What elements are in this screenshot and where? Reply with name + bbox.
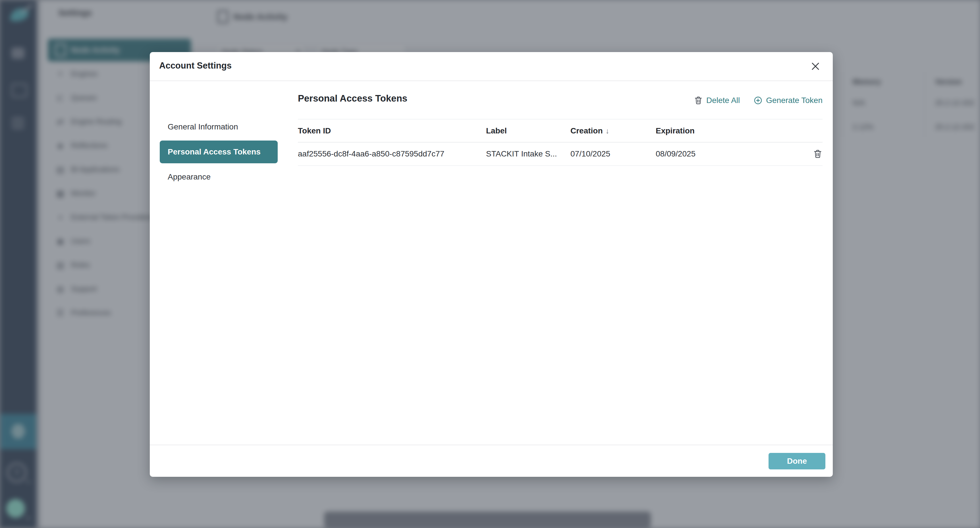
column-header-token-id[interactable]: Token ID (298, 126, 486, 136)
section-heading: Personal Access Tokens (298, 93, 407, 104)
modal-title: Account Settings (159, 61, 232, 71)
modal-nav-general-information[interactable]: General Information (160, 115, 278, 138)
generate-token-label: Generate Token (766, 96, 822, 105)
app-screen: ? Settings Node Activity × Engines ⊏ Que… (0, 0, 980, 528)
tokens-table: Token ID Label Creation↓ Expiration aaf2… (298, 119, 822, 166)
delete-token-button[interactable] (813, 149, 822, 159)
token-expiration-cell: 08/09/2025 (656, 149, 797, 158)
trash-icon (813, 149, 822, 159)
column-header-label[interactable]: Label (486, 126, 570, 136)
plus-circle-icon (754, 96, 762, 105)
column-header-creation[interactable]: Creation↓ (570, 126, 656, 136)
modal-header: Account Settings (150, 52, 833, 81)
account-settings-modal: Account Settings General Information Per… (150, 52, 833, 477)
token-creation-cell: 07/10/2025 (570, 149, 656, 158)
trash-icon (694, 96, 703, 105)
token-id-cell: aaf25556-dc8f-4aa6-a850-c87595dd7c77 (298, 149, 486, 158)
token-label-cell: STACKIT Intake S... (486, 149, 570, 158)
close-icon (810, 61, 821, 72)
column-header-expiration[interactable]: Expiration (656, 126, 797, 136)
close-button[interactable] (808, 59, 822, 73)
token-actions: Delete All Generate Token (694, 96, 822, 105)
delete-all-button[interactable]: Delete All (694, 96, 740, 105)
generate-token-button[interactable]: Generate Token (754, 96, 822, 105)
modal-nav-appearance[interactable]: Appearance (160, 166, 278, 188)
modal-footer: Done (150, 445, 833, 477)
done-button[interactable]: Done (768, 453, 826, 469)
sort-desc-icon: ↓ (606, 127, 609, 135)
modal-content: Personal Access Tokens Delete All Genera… (298, 80, 822, 445)
modal-nav-personal-access-tokens[interactable]: Personal Access Tokens (160, 140, 278, 163)
tokens-table-header: Token ID Label Creation↓ Expiration (298, 119, 822, 142)
creation-header-label: Creation (570, 126, 603, 135)
token-row: aaf25556-dc8f-4aa6-a850-c87595dd7c77 STA… (298, 142, 822, 166)
delete-all-label: Delete All (706, 96, 740, 105)
